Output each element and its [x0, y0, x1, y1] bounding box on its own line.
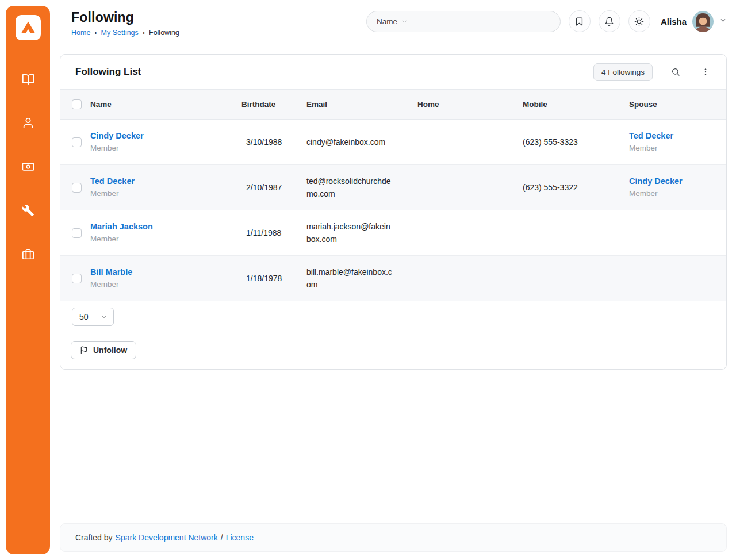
open-book-icon	[22, 73, 34, 86]
person-icon	[22, 117, 34, 129]
spark-development-network-link[interactable]: Spark Development Network	[116, 533, 218, 542]
flag-icon	[80, 346, 88, 354]
birthdate-cell: 2/10/1987	[241, 165, 306, 210]
table-row: Mariah Jackson Member 1/11/1988 mariah.j…	[60, 210, 726, 256]
page-size-value: 50	[79, 312, 89, 321]
page-title: Following	[71, 9, 179, 25]
theme-toggle-button[interactable]	[628, 10, 650, 32]
birthdate-cell: 1/18/1978	[241, 256, 306, 301]
row-checkbox[interactable]	[72, 274, 82, 283]
footer-crafted-text: Crafted by	[75, 533, 113, 542]
person-name-link[interactable]: Ted Decker	[90, 175, 135, 187]
followings-count-button[interactable]: 4 Followings	[593, 63, 653, 81]
chevron-down-icon	[101, 313, 108, 320]
avatar	[692, 11, 714, 32]
grid-options-button[interactable]	[699, 65, 712, 79]
column-header-home[interactable]: Home	[417, 90, 523, 120]
spouse-name-link[interactable]: Ted Decker	[629, 129, 673, 142]
home-phone-cell	[417, 256, 523, 301]
sidebar	[6, 6, 50, 554]
person-name-link[interactable]: Mariah Jackson	[90, 220, 153, 233]
email-cell: mariah.jackson@fakeinbox.com	[306, 210, 417, 256]
sidebar-nav	[21, 72, 35, 261]
mobile-phone-cell	[523, 210, 629, 256]
mobile-phone-cell	[523, 256, 629, 301]
following-list-panel: Following List 4 Followings	[60, 54, 727, 370]
column-header-name[interactable]: Name	[90, 90, 241, 120]
bell-icon	[604, 17, 614, 26]
email-cell: cindy@fakeinbox.com	[306, 120, 417, 165]
panel-actions: Unfollow	[60, 326, 726, 369]
sidebar-item-library[interactable]	[21, 72, 35, 86]
search-input[interactable]	[416, 11, 560, 32]
home-phone-cell	[417, 210, 523, 256]
footer-separator: /	[221, 533, 223, 542]
rock-logo[interactable]	[16, 15, 41, 40]
select-all-cell	[60, 90, 90, 120]
table-row: Ted Decker Member 2/10/1987 ted@rocksoli…	[60, 165, 726, 210]
bookmarks-button[interactable]	[569, 10, 591, 32]
row-checkbox[interactable]	[72, 183, 82, 193]
user-name: Alisha	[661, 17, 687, 26]
email-cell: bill.marble@fakeinbox.com	[306, 256, 417, 301]
table-header-row: Name Birthdate Email Home Mobile Spouse	[60, 90, 726, 120]
unfollow-label: Unfollow	[93, 346, 127, 355]
person-role: Member	[90, 233, 232, 246]
rock-arrow-icon	[20, 19, 37, 36]
spouse-role: Member	[629, 187, 717, 200]
panel-header: Following List 4 Followings	[60, 55, 726, 89]
page-footer: Crafted by Spark Development Network / L…	[60, 523, 727, 552]
row-checkbox[interactable]	[72, 228, 82, 238]
spouse-name-link[interactable]: Cindy Decker	[629, 175, 683, 187]
person-name-link[interactable]: Bill Marble	[90, 266, 132, 278]
title-block: Following Home My Settings Following	[71, 9, 179, 37]
topbar: Following Home My Settings Following Nam…	[60, 0, 727, 37]
sidebar-item-people[interactable]	[21, 116, 35, 130]
pager: 50	[60, 301, 726, 326]
breadcrumb-home-link[interactable]: Home	[71, 29, 90, 37]
global-search: Name	[366, 11, 561, 32]
sidebar-item-tools[interactable]	[21, 204, 35, 217]
user-menu[interactable]: Alisha	[658, 11, 727, 32]
column-header-mobile[interactable]: Mobile	[523, 90, 629, 120]
row-checkbox[interactable]	[72, 137, 82, 147]
unfollow-button[interactable]: Unfollow	[71, 341, 136, 359]
chevron-down-icon	[719, 17, 727, 24]
panel-header-actions: 4 Followings	[593, 63, 712, 81]
grid-search-button[interactable]	[669, 65, 683, 79]
column-header-spouse[interactable]: Spouse	[629, 90, 726, 120]
briefcase-icon	[22, 248, 34, 260]
person-name-link[interactable]: Cindy Decker	[90, 129, 144, 142]
search-filter-dropdown[interactable]: Name	[367, 11, 416, 32]
search-filter-label: Name	[377, 17, 397, 26]
mobile-phone-cell: (623) 555-3323	[523, 120, 629, 165]
column-header-birthdate[interactable]: Birthdate	[241, 90, 306, 120]
notifications-button[interactable]	[599, 10, 620, 32]
column-header-email[interactable]: Email	[306, 90, 417, 120]
mobile-phone-cell: (623) 555-3322	[523, 165, 629, 210]
license-link[interactable]: License	[226, 533, 254, 542]
spouse-role: Member	[629, 142, 717, 155]
topbar-actions: Name	[366, 10, 727, 32]
user-menu-caret	[719, 16, 727, 26]
breadcrumb-my-settings-link[interactable]: My Settings	[101, 29, 139, 37]
select-all-checkbox[interactable]	[72, 99, 82, 109]
chevron-down-icon	[401, 18, 408, 25]
page-size-select[interactable]: 50	[72, 308, 114, 326]
home-phone-cell	[417, 165, 523, 210]
email-cell: ted@rocksolidchurchdemo.com	[306, 165, 417, 210]
sidebar-item-work[interactable]	[21, 247, 35, 261]
main-content: Following Home My Settings Following Nam…	[60, 0, 727, 552]
person-role: Member	[90, 142, 232, 155]
breadcrumb-current: Following	[139, 29, 179, 37]
person-role: Member	[90, 187, 232, 200]
table-row: Bill Marble Member 1/18/1978 bill.marble…	[60, 256, 726, 301]
sidebar-item-finance[interactable]	[21, 160, 35, 174]
avatar-image	[692, 11, 714, 32]
panel-title: Following List	[75, 66, 593, 78]
wrench-icon	[22, 204, 34, 217]
kebab-menu-icon	[701, 67, 710, 76]
bookmark-icon	[574, 17, 584, 26]
person-role: Member	[90, 278, 232, 291]
home-phone-cell	[417, 120, 523, 165]
